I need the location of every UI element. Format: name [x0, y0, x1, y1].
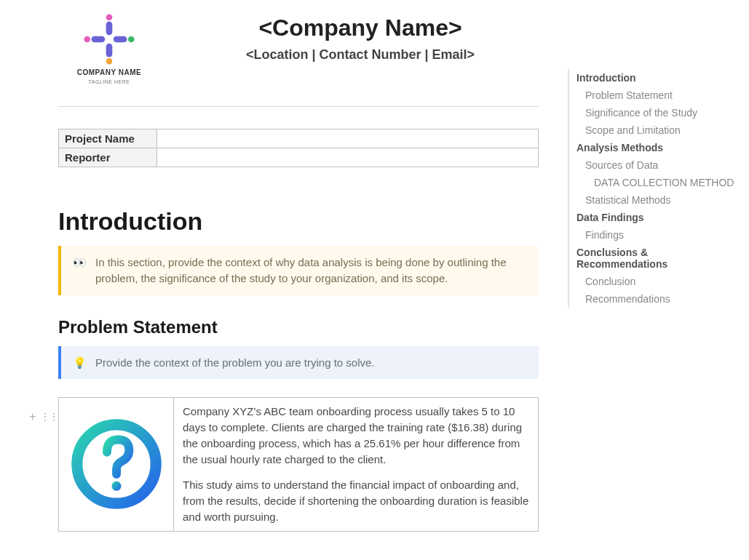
outline-item[interactable]: Statistical Methods	[569, 191, 735, 209]
document-outline: IntroductionProblem StatementSignificanc…	[568, 69, 735, 308]
outline-item[interactable]: Conclusion	[569, 273, 735, 290]
outline-item[interactable]: Problem Statement	[569, 87, 735, 104]
outline-item[interactable]: Findings	[569, 226, 735, 244]
meta-table-value[interactable]	[157, 129, 539, 148]
problem-callout-text: Provide the context of the problem you a…	[95, 355, 527, 371]
outline-item[interactable]: Scope and Limitation	[569, 121, 735, 139]
problem-statement-heading: Problem Statement	[58, 317, 539, 337]
meta-table-label: Reporter	[59, 148, 157, 167]
svg-point-5	[106, 58, 113, 65]
bulb-icon: 💡	[73, 355, 87, 371]
row-controls: + ⋮⋮	[29, 411, 58, 423]
question-mark-icon	[69, 417, 164, 511]
add-block-button[interactable]: +	[29, 411, 36, 423]
company-title: <Company Name>	[182, 15, 539, 41]
svg-point-7	[84, 36, 90, 43]
meta-table-value[interactable]	[157, 148, 539, 167]
logo-tagline-text: TAGLINE HERE	[89, 79, 130, 84]
problem-body-paragraph: Company XYZ's ABC team onboarding proces…	[183, 404, 529, 467]
svg-point-1	[106, 14, 113, 20]
introduction-callout: 👀 In this section, provide the context o…	[58, 246, 539, 295]
outline-section[interactable]: Analysis Methods	[569, 139, 735, 156]
outline-item[interactable]: Significance of the Study	[569, 104, 735, 121]
meta-table-row: Reporter	[59, 148, 539, 167]
outline-section[interactable]: Introduction	[569, 69, 735, 87]
outline-item[interactable]: Recommendations	[569, 290, 735, 308]
meta-table: Project NameReporter	[58, 129, 539, 167]
meta-table-label: Project Name	[59, 129, 157, 148]
introduction-callout-text: In this section, provide the context of …	[95, 255, 527, 287]
svg-point-3	[128, 36, 135, 43]
logo-block: COMPANY NAME TAGLINE HERE	[58, 13, 160, 84]
outline-item[interactable]: Sources of Data	[569, 156, 735, 174]
svg-rect-2	[114, 36, 127, 43]
meta-table-row: Project Name	[59, 129, 539, 148]
outline-section[interactable]: Conclusions & Recommendations	[569, 244, 735, 273]
svg-rect-0	[106, 22, 113, 36]
eyes-icon: 👀	[73, 255, 87, 287]
problem-icon-cell	[59, 398, 174, 530]
problem-body-cell[interactable]: Company XYZ's ABC team onboarding proces…	[174, 398, 538, 530]
outline-item[interactable]: DATA COLLECTION METHOD	[569, 174, 735, 191]
document-column: COMPANY NAME TAGLINE HERE <Company Name>…	[58, 0, 539, 532]
company-logo-icon	[83, 13, 135, 65]
logo-name-text: COMPANY NAME	[77, 68, 141, 76]
svg-point-9	[111, 481, 121, 491]
introduction-heading: Introduction	[58, 207, 539, 236]
document-header: COMPANY NAME TAGLINE HERE <Company Name>…	[58, 13, 539, 84]
outline-section[interactable]: Data Findings	[569, 209, 735, 226]
problem-body-paragraph: This study aims to understand the financ…	[183, 477, 529, 524]
title-block: <Company Name> <Location | Contact Numbe…	[182, 13, 539, 63]
svg-rect-6	[92, 36, 106, 43]
svg-rect-4	[106, 44, 113, 57]
problem-statement-block[interactable]: Company XYZ's ABC team onboarding proces…	[58, 397, 539, 531]
company-subtitle: <Location | Contact Number | Email>	[182, 47, 539, 63]
header-divider	[58, 106, 539, 107]
drag-handle-icon[interactable]: ⋮⋮	[40, 412, 58, 422]
problem-callout: 💡 Provide the context of the problem you…	[58, 346, 539, 380]
